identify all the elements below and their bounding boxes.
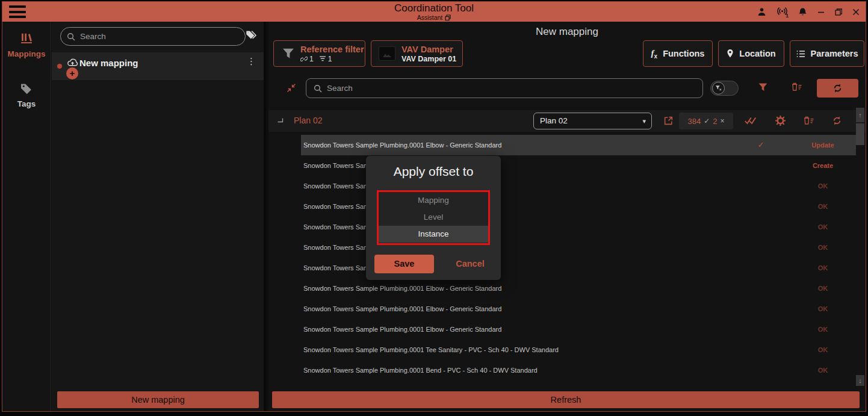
- collapse-all-icon[interactable]: [287, 83, 296, 93]
- table-row[interactable]: Snowdon Towers Sample Plumbing.0001 Bend…: [301, 360, 856, 380]
- unsaved-dot: [57, 64, 62, 69]
- fx-icon: fx: [651, 48, 658, 60]
- nav-label: Tags: [2, 99, 51, 108]
- family-button[interactable]: VAV Damper VAV Damper 01: [371, 40, 463, 67]
- nav-item-tags[interactable]: Tags: [2, 82, 51, 108]
- copy-icon[interactable]: [445, 14, 451, 21]
- table-row[interactable]: Snowdon Towers Sample Plumbing.0001 Elbo…: [301, 299, 856, 319]
- items-search: [306, 78, 703, 98]
- group-label: Plan 02: [294, 116, 322, 125]
- nav-rail: Mappings Tags: [2, 22, 51, 411]
- table-row[interactable]: Snowdon Towers Sample Plumbing.0001 Tee …: [301, 340, 856, 360]
- items-search-input[interactable]: [327, 84, 695, 93]
- app-root: Coordination Tool Assistant 1 Mappings: [0, 0, 868, 416]
- location-button[interactable]: Location: [718, 40, 784, 67]
- clear-list-icon[interactable]: [791, 82, 802, 92]
- save-button[interactable]: Save: [374, 255, 434, 273]
- offset-option-level[interactable]: Level: [379, 209, 488, 226]
- family-title: VAV Damper: [401, 45, 456, 55]
- row-label: Snowdon Towers Sample Plumbing.0001 Elbo…: [303, 278, 501, 299]
- offset-options-list: MappingLevelInstance: [377, 190, 490, 245]
- main-panel: New mapping Reference filter 1 1: [268, 22, 866, 411]
- level-dropdown[interactable]: Plan 02 ▾: [533, 113, 652, 129]
- reference-filter-label: Reference filter: [300, 45, 364, 55]
- mappings-search-input[interactable]: [80, 32, 239, 41]
- scrollbar-thumb[interactable]: [856, 123, 864, 145]
- mappings-search: [60, 27, 246, 46]
- bell-icon[interactable]: [798, 7, 807, 17]
- search-icon: [314, 84, 322, 93]
- reference-filter-button[interactable]: Reference filter 1 1: [273, 40, 365, 67]
- dialog-title: Apply offset to: [366, 164, 501, 179]
- image-icon: [379, 46, 395, 61]
- mapping-list-item[interactable]: New mapping + ⋮: [52, 52, 264, 80]
- sync-icon: [832, 83, 843, 93]
- new-mapping-button[interactable]: New mapping: [57, 391, 259, 408]
- close-icon[interactable]: [852, 8, 860, 16]
- table-row[interactable]: Snowdon Towers Sample Plumbing.0001 Elbo…: [301, 278, 856, 299]
- functions-label: Functions: [663, 49, 704, 58]
- refresh-button[interactable]: Refresh: [272, 391, 860, 408]
- pin-icon: [727, 49, 734, 58]
- table-row[interactable]: Snowdon Towers Sample Plumbing.0001 Elbo…: [301, 319, 856, 340]
- parameters-label: Parameters: [811, 49, 858, 58]
- tags-filter-icon[interactable]: [245, 29, 258, 42]
- row-status: Update: [796, 135, 850, 155]
- row-status: OK: [796, 217, 850, 237]
- cancel-button[interactable]: Cancel: [447, 255, 494, 273]
- parameters-button[interactable]: Parameters: [790, 40, 864, 67]
- clear-group-icon[interactable]: [803, 116, 814, 126]
- link-count: 1: [309, 55, 314, 63]
- filter-lines-icon: [319, 55, 326, 62]
- minimize-icon[interactable]: [817, 8, 825, 16]
- funnel-x-icon: [715, 85, 722, 92]
- check-all-icon[interactable]: [744, 116, 757, 125]
- error-count: 2: [713, 117, 717, 126]
- row-status: OK: [796, 299, 850, 319]
- filter-toggle-knob: [712, 82, 725, 95]
- nav-item-mappings[interactable]: Mappings: [2, 32, 51, 58]
- row-label: Snowdon Towers Sample Plumbing.0001 Bend…: [303, 360, 538, 380]
- add-filter-button[interactable]: +: [66, 67, 78, 79]
- cloud-upload-icon: [67, 58, 78, 67]
- scrollbar-down-button[interactable]: ↓: [856, 375, 864, 386]
- link-icon: [300, 55, 308, 63]
- row-label: Snowdon Towers Sample Plumbing.0001 Tee …: [303, 340, 559, 360]
- chevron-down-icon: ▾: [642, 113, 646, 129]
- gear-icon[interactable]: [775, 116, 786, 126]
- collapse-group-icon[interactable]: [277, 118, 284, 123]
- row-status: Create: [796, 155, 850, 176]
- funnel-icon: [282, 48, 294, 59]
- offset-option-instance[interactable]: Instance: [379, 226, 488, 243]
- refresh-button-small[interactable]: [817, 79, 858, 98]
- item-menu-icon[interactable]: ⋮: [247, 59, 256, 64]
- refresh-group-icon[interactable]: [832, 116, 842, 126]
- row-label: Snowdon Towers Sample Plumbing.0001 Elbo…: [303, 299, 501, 319]
- row-status: OK: [796, 196, 850, 217]
- row-status: OK: [796, 319, 850, 340]
- user-icon[interactable]: [757, 7, 766, 16]
- location-label: Location: [739, 49, 775, 58]
- row-status: OK: [796, 176, 850, 196]
- level-dropdown-value: Plan 02: [540, 116, 568, 125]
- scrollbar-up-button[interactable]: ↑: [856, 108, 864, 122]
- row-status: OK: [796, 278, 850, 299]
- open-external-icon[interactable]: [663, 116, 674, 126]
- filter-toggle[interactable]: [710, 81, 739, 96]
- result-count-badge: 384 ✓ 2 ×: [679, 113, 733, 129]
- group-header-row: Plan 02 Plan 02 ▾ 384 ✓ 2 ×: [268, 110, 866, 132]
- app-subtitle: Assistant: [417, 14, 443, 21]
- broadcast-count: 1: [786, 13, 789, 19]
- cross-icon: ×: [720, 117, 724, 125]
- row-status: OK: [796, 360, 850, 380]
- row-status: OK: [796, 340, 850, 360]
- table-row[interactable]: Snowdon Towers Sample Plumbing.0001 Elbo…: [301, 135, 856, 155]
- row-label: Snowdon Towers Sample Plumbing.0001 Elbo…: [303, 135, 501, 155]
- functions-button[interactable]: fx Functions: [643, 40, 713, 67]
- nav-label: Mappings: [2, 49, 51, 58]
- restore-icon[interactable]: [835, 8, 842, 16]
- row-label: Snowdon Towers Sample Plumbing.0001 Elbo…: [303, 319, 501, 340]
- offset-option-mapping[interactable]: Mapping: [379, 192, 488, 209]
- titlebar: Coordination Tool Assistant 1: [2, 2, 866, 22]
- funnel-icon[interactable]: [758, 83, 767, 92]
